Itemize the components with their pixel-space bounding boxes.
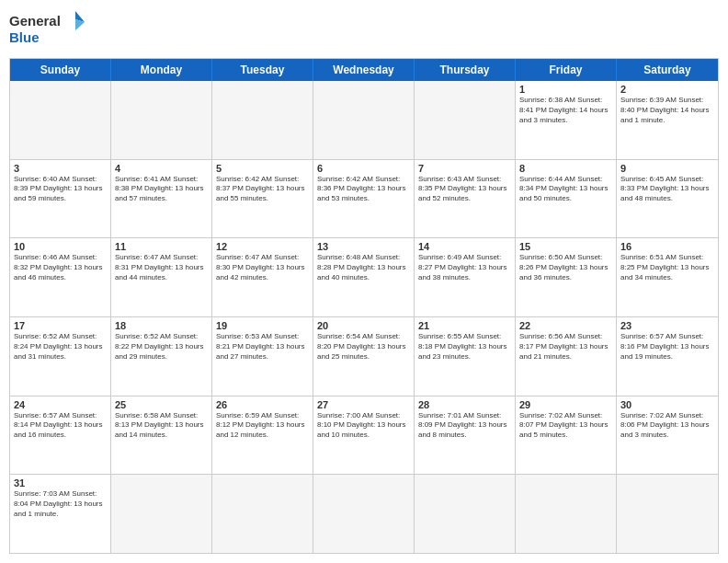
day-info: Sunrise: 7:02 AM Sunset: 8:06 PM Dayligh… — [620, 411, 714, 441]
day-info: Sunrise: 6:41 AM Sunset: 8:38 PM Dayligh… — [115, 175, 208, 204]
day-number: 4 — [115, 163, 208, 174]
day-number: 17 — [14, 320, 107, 331]
day-cell — [212, 81, 313, 159]
day-info: Sunrise: 6:51 AM Sunset: 8:25 PM Dayligh… — [620, 253, 714, 282]
day-number: 1 — [519, 84, 612, 95]
day-info: Sunrise: 6:58 AM Sunset: 8:13 PM Dayligh… — [115, 411, 208, 441]
day-info: Sunrise: 6:59 AM Sunset: 8:12 PM Dayligh… — [216, 411, 309, 441]
day-number: 14 — [418, 241, 511, 252]
logo: General Blue — [9, 9, 92, 51]
day-cell: 25Sunrise: 6:58 AM Sunset: 8:13 PM Dayli… — [111, 396, 212, 475]
day-cell: 4Sunrise: 6:41 AM Sunset: 8:38 PM Daylig… — [111, 160, 212, 238]
day-info: Sunrise: 6:43 AM Sunset: 8:35 PM Dayligh… — [418, 175, 511, 204]
day-number: 13 — [317, 241, 410, 252]
day-cell: 18Sunrise: 6:52 AM Sunset: 8:22 PM Dayli… — [111, 317, 212, 396]
day-number: 7 — [418, 163, 511, 174]
day-cell — [111, 81, 212, 159]
day-info: Sunrise: 6:39 AM Sunset: 8:40 PM Dayligh… — [620, 96, 714, 125]
day-number: 26 — [216, 399, 309, 410]
day-cell: 26Sunrise: 6:59 AM Sunset: 8:12 PM Dayli… — [212, 396, 313, 475]
week-row-4: 17Sunrise: 6:52 AM Sunset: 8:24 PM Dayli… — [10, 317, 718, 396]
day-number: 15 — [519, 241, 612, 252]
day-info: Sunrise: 6:57 AM Sunset: 8:16 PM Dayligh… — [620, 332, 714, 362]
day-info: Sunrise: 6:50 AM Sunset: 8:26 PM Dayligh… — [519, 253, 612, 282]
day-number: 19 — [216, 320, 309, 331]
day-header-saturday: Saturday — [617, 59, 718, 81]
day-info: Sunrise: 6:42 AM Sunset: 8:36 PM Dayligh… — [317, 175, 410, 204]
day-info: Sunrise: 6:49 AM Sunset: 8:27 PM Dayligh… — [418, 253, 511, 282]
day-number: 9 — [620, 163, 714, 174]
day-info: Sunrise: 7:03 AM Sunset: 8:04 PM Dayligh… — [14, 489, 107, 519]
day-cell: 16Sunrise: 6:51 AM Sunset: 8:25 PM Dayli… — [617, 238, 718, 316]
day-cell: 31Sunrise: 7:03 AM Sunset: 8:04 PM Dayli… — [10, 475, 111, 553]
day-cell — [617, 475, 718, 553]
day-info: Sunrise: 6:52 AM Sunset: 8:24 PM Dayligh… — [14, 332, 107, 362]
day-number: 20 — [317, 320, 410, 331]
calendar: SundayMondayTuesdayWednesdayThursdayFrid… — [9, 58, 719, 554]
day-info: Sunrise: 6:47 AM Sunset: 8:31 PM Dayligh… — [115, 253, 208, 282]
day-number: 24 — [14, 399, 107, 410]
day-cell: 15Sunrise: 6:50 AM Sunset: 8:26 PM Dayli… — [516, 238, 617, 316]
day-info: Sunrise: 6:38 AM Sunset: 8:41 PM Dayligh… — [519, 96, 612, 125]
day-cell: 28Sunrise: 7:01 AM Sunset: 8:09 PM Dayli… — [415, 396, 516, 475]
day-cell: 24Sunrise: 6:57 AM Sunset: 8:14 PM Dayli… — [10, 396, 111, 475]
day-cell: 14Sunrise: 6:49 AM Sunset: 8:27 PM Dayli… — [415, 238, 516, 316]
day-info: Sunrise: 6:46 AM Sunset: 8:32 PM Dayligh… — [14, 253, 107, 282]
day-info: Sunrise: 7:01 AM Sunset: 8:09 PM Dayligh… — [418, 411, 511, 441]
day-cell: 9Sunrise: 6:45 AM Sunset: 8:33 PM Daylig… — [617, 160, 718, 238]
day-cell: 27Sunrise: 7:00 AM Sunset: 8:10 PM Dayli… — [313, 396, 415, 475]
day-number: 6 — [317, 163, 410, 174]
day-cell: 20Sunrise: 6:54 AM Sunset: 8:20 PM Dayli… — [313, 317, 415, 396]
day-cell: 11Sunrise: 6:47 AM Sunset: 8:31 PM Dayli… — [111, 238, 212, 316]
day-info: Sunrise: 6:57 AM Sunset: 8:14 PM Dayligh… — [14, 411, 107, 441]
week-row-2: 3Sunrise: 6:40 AM Sunset: 8:39 PM Daylig… — [10, 160, 718, 239]
day-info: Sunrise: 6:48 AM Sunset: 8:28 PM Dayligh… — [317, 253, 410, 282]
day-cell — [415, 81, 516, 159]
day-cell: 23Sunrise: 6:57 AM Sunset: 8:16 PM Dayli… — [617, 317, 718, 396]
day-cell: 19Sunrise: 6:53 AM Sunset: 8:21 PM Dayli… — [212, 317, 313, 396]
week-row-5: 24Sunrise: 6:57 AM Sunset: 8:14 PM Dayli… — [10, 396, 718, 476]
day-number: 10 — [14, 241, 107, 252]
day-cell — [313, 81, 415, 159]
day-info: Sunrise: 6:55 AM Sunset: 8:18 PM Dayligh… — [418, 332, 511, 362]
day-cell: 6Sunrise: 6:42 AM Sunset: 8:36 PM Daylig… — [313, 160, 415, 238]
day-info: Sunrise: 6:40 AM Sunset: 8:39 PM Dayligh… — [14, 175, 107, 204]
day-headers: SundayMondayTuesdayWednesdayThursdayFrid… — [10, 59, 718, 81]
svg-text:Blue: Blue — [9, 29, 40, 45]
day-info: Sunrise: 6:45 AM Sunset: 8:33 PM Dayligh… — [620, 175, 714, 204]
day-number: 21 — [418, 320, 511, 331]
day-cell — [212, 475, 313, 553]
day-number: 11 — [115, 241, 208, 252]
day-number: 27 — [317, 399, 410, 410]
day-cell: 22Sunrise: 6:56 AM Sunset: 8:17 PM Dayli… — [516, 317, 617, 396]
day-number: 5 — [216, 163, 309, 174]
header: General Blue — [9, 9, 719, 51]
day-number: 2 — [620, 84, 714, 95]
day-info: Sunrise: 6:47 AM Sunset: 8:30 PM Dayligh… — [216, 253, 309, 282]
day-info: Sunrise: 7:00 AM Sunset: 8:10 PM Dayligh… — [317, 411, 410, 441]
day-number: 18 — [115, 320, 208, 331]
day-cell: 12Sunrise: 6:47 AM Sunset: 8:30 PM Dayli… — [212, 238, 313, 316]
day-number: 12 — [216, 241, 309, 252]
day-cell: 8Sunrise: 6:44 AM Sunset: 8:34 PM Daylig… — [516, 160, 617, 238]
day-cell — [313, 475, 415, 553]
day-info: Sunrise: 6:54 AM Sunset: 8:20 PM Dayligh… — [317, 332, 410, 362]
day-cell: 30Sunrise: 7:02 AM Sunset: 8:06 PM Dayli… — [617, 396, 718, 475]
day-header-sunday: Sunday — [10, 59, 111, 81]
day-cell: 7Sunrise: 6:43 AM Sunset: 8:35 PM Daylig… — [415, 160, 516, 238]
day-cell: 17Sunrise: 6:52 AM Sunset: 8:24 PM Dayli… — [10, 317, 111, 396]
day-number: 23 — [620, 320, 714, 331]
day-cell — [111, 475, 212, 553]
day-header-friday: Friday — [516, 59, 617, 81]
svg-text:General: General — [9, 13, 61, 29]
day-number: 8 — [519, 163, 612, 174]
day-number: 28 — [418, 399, 511, 410]
logo-svg: General Blue — [9, 9, 92, 51]
day-info: Sunrise: 6:52 AM Sunset: 8:22 PM Dayligh… — [115, 332, 208, 362]
week-row-1: 1Sunrise: 6:38 AM Sunset: 8:41 PM Daylig… — [10, 81, 718, 160]
page: General Blue SundayMondayTuesdayWednesda… — [0, 0, 728, 563]
day-info: Sunrise: 6:56 AM Sunset: 8:17 PM Dayligh… — [519, 332, 612, 362]
day-number: 25 — [115, 399, 208, 410]
day-cell: 13Sunrise: 6:48 AM Sunset: 8:28 PM Dayli… — [313, 238, 415, 316]
day-cell: 10Sunrise: 6:46 AM Sunset: 8:32 PM Dayli… — [10, 238, 111, 316]
